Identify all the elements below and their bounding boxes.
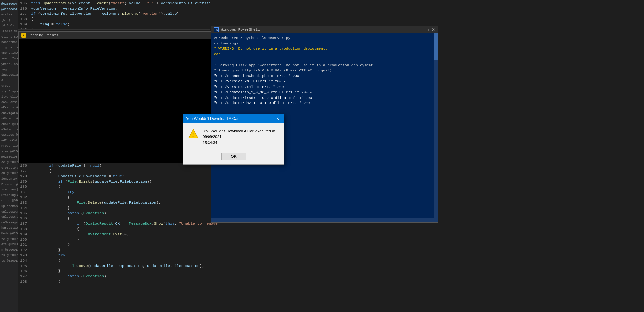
code-line-196: 196 } [18, 269, 228, 274]
ps-icon: PS [214, 27, 219, 32]
sidebar-item-35[interactable]: irection @02000 [0, 187, 19, 193]
sidebar-item-3[interactable]: erties [0, 12, 19, 18]
sidebar-item-33[interactable]: ionContext @020 [0, 176, 19, 182]
sidebar-item-11[interactable]: yment.Inter [0, 56, 19, 62]
sidebar-item-28[interactable]: yles @02000 [0, 149, 19, 155]
sidebar-item-39[interactable]: upleteSource @0 [0, 209, 19, 215]
sidebar-item-43[interactable]: Mode @020001 [0, 231, 19, 237]
sidebar-item-10[interactable]: yment.Inter [0, 50, 19, 56]
sidebar-item-5[interactable]: (4.0.0) [0, 23, 19, 29]
dialog-footer: OK [183, 150, 284, 164]
sidebar-item-44[interactable]: te @0200011 [0, 237, 19, 242]
code-line-181: 181 try [18, 189, 228, 195]
sidebar-item-38[interactable]: upleteMode @02 [0, 204, 19, 209]
ps-line-12: "GET /updates/irsdk_1_0_2_0.dll HTTP/1.1… [214, 95, 431, 101]
ps-titlebar: PS Windows PowerShell ─ □ ✕ [211, 26, 438, 33]
code-line-197: 197 catch (Exception) [18, 274, 228, 279]
trading-paints-title: Trading Paints [28, 33, 58, 37]
dialog-ok-button[interactable]: OK [221, 153, 246, 160]
sidebar-item-20[interactable]: eEvents @02 [0, 105, 19, 111]
sidebar-item-46[interactable]: n @0200011 [0, 247, 19, 253]
sidebar-item-21[interactable]: eNavigation [0, 111, 19, 116]
sidebar-item-4[interactable]: (5.0) [0, 18, 19, 23]
dialog-close-button[interactable]: × [274, 115, 281, 122]
code-line-137: 137 if (versionInfo.FileVersion == xelem… [18, 11, 210, 16]
ps-scrollbar-h[interactable] [211, 218, 438, 222]
sidebar-item-34[interactable]: Element @02000 [0, 182, 19, 187]
sidebar-item-30[interactable]: ce @02000110 [0, 160, 19, 165]
sidebar-item-31[interactable]: eToButtonAttri [0, 165, 19, 171]
sidebar-item-42[interactable]: hargeStatus @020 [0, 225, 19, 231]
sidebar-item-40[interactable]: upleteStringColle [0, 214, 19, 220]
sidebar-item-9[interactable]: figuration [0, 45, 19, 51]
code-line-177: 177 { [18, 168, 228, 174]
sidebar-item-37[interactable]: ction @020011 [0, 198, 19, 204]
ps-line-2: cy loading) [214, 41, 431, 46]
sidebar-item-2[interactable]: @02000002 [0, 7, 19, 13]
dialog-title: You Wouldn't Download A Car [186, 116, 239, 121]
dialog-body: ! 'You Wouldn't Download A Car' executed… [183, 123, 284, 150]
ps-line-8: "GET /connectionCheck.php HTTP/1.1" 200 … [214, 73, 431, 79]
code-line-194: 194 { [18, 258, 228, 263]
ps-close-button[interactable]: ✕ [431, 28, 435, 32]
ps-line-13: "GET /updates/dnz_1_10_1_0.dll HTTP/1.1"… [214, 100, 431, 106]
ps-line-6: * Serving Flask app 'webserver'. Do not … [214, 63, 431, 68]
code-line-182: 182 { [18, 195, 228, 200]
sidebar-item-12[interactable]: yment.Inter [0, 62, 19, 67]
sidebar-item-22[interactable]: nObject @0 [0, 116, 19, 122]
ps-line-11: "GET /updates/tp_2_0_36_0.exe HTTP/1.1" … [214, 90, 431, 95]
sidebar-item-25[interactable]: eStates @02 [0, 132, 19, 138]
code-line-190: 190 } [18, 237, 228, 242]
code-line-138: 138 { [18, 16, 210, 22]
sidebar-item-48[interactable]: ts @0200111E [0, 258, 19, 264]
ps-line-3: * WARNING: Do not use it in a production… [214, 46, 431, 52]
sidebar-item-32[interactable]: on @02000111 [0, 171, 19, 176]
sidebar-item-1[interactable]: @02000004 [0, 1, 19, 7]
svg-text:!: ! [191, 132, 195, 138]
ps-title: Windows PowerShell [221, 28, 260, 32]
ps-scrollbar[interactable] [434, 33, 438, 218]
sidebar-item-19[interactable]: ows.Forms [0, 100, 19, 105]
code-line-189: 189 Environment.Exit(0); [18, 232, 228, 237]
ps-line-9: "GET /version.xml HTTP/1.1" 200 - [214, 79, 431, 84]
sidebar-item-8[interactable]: ponentMod [0, 40, 19, 45]
ps-window-controls: ─ □ ✕ [419, 28, 435, 32]
sidebar-item-16[interactable]: urces [0, 83, 19, 89]
code-line-184: 184 } [18, 205, 228, 211]
code-line-179: 179 if (File.Exists(updateFile.FileLocat… [18, 179, 228, 184]
sidebar-item-45[interactable]: ate @0200011D [0, 242, 19, 247]
dialog-box: You Wouldn't Download A Car × ! 'You Wou… [183, 114, 284, 165]
sidebar-item-18[interactable]: ity.Policy [0, 94, 19, 100]
sidebar-item-6[interactable]: .Forms.dll [0, 29, 19, 34]
dialog-message-line2: 15:34:34 [203, 141, 217, 145]
dialog-message: 'You Wouldn't Download A Car' executed a… [203, 128, 279, 146]
sidebar-item-13[interactable]: ing [0, 67, 19, 72]
ps-line-10: "GET /version2.xml HTTP/1.1" 200 - [214, 84, 431, 90]
sidebar-item-15[interactable]: al [0, 78, 19, 83]
sidebar-item-14[interactable]: ing.Design [0, 72, 19, 78]
code-line-178: 178 updateFile.Downloaded = true; [18, 174, 228, 179]
sidebar-item-26[interactable]: edEnumCol [0, 138, 19, 144]
sidebar-item-29[interactable]: @02000103 [0, 155, 19, 160]
tp-icon: ✦ [21, 33, 26, 38]
sidebar-item-47[interactable]: ts @02000110 [0, 253, 19, 258]
sidebar-item-17[interactable]: ity.Cryptogr [0, 89, 19, 95]
sidebar-item-24[interactable]: eSelection @ [0, 127, 19, 133]
code-panel-bottom: 176 if (updateFile != null) 177 { 178 up… [18, 163, 228, 312]
code-line-180: 180 { [18, 184, 228, 189]
dialog-message-line1: 'You Wouldn't Download A Car' executed a… [203, 129, 275, 139]
ps-bottom-bar [211, 218, 438, 222]
ps-minimize-button[interactable]: ─ [419, 28, 423, 32]
code-line-136: 136 yourVersion = versionInfo.FileVersio… [18, 6, 210, 11]
ps-scrollbar-thumb[interactable] [434, 33, 438, 60]
sidebar-item-41[interactable]: onMessages @0 [0, 220, 19, 226]
ide-sidebar: @02000004 @02000002 erties (5.0) (4.0.0)… [0, 0, 19, 312]
dialog-titlebar: You Wouldn't Download A Car × [183, 114, 284, 123]
sidebar-item-23[interactable]: eRole @020 [0, 122, 19, 127]
sidebar-item-36[interactable]: StartingPosition [0, 193, 19, 198]
sidebar-item-27[interactable]: Properties @ [0, 143, 19, 149]
sidebar-item-7[interactable]: ctions.Speci [0, 34, 19, 40]
code-line-187: 187 if (DialogResult.OK == MessageBox.Sh… [18, 221, 228, 226]
ps-maximize-button[interactable]: □ [425, 28, 429, 32]
code-panel-top: 135 this.updateStatus(xelement.Element("… [18, 0, 210, 30]
